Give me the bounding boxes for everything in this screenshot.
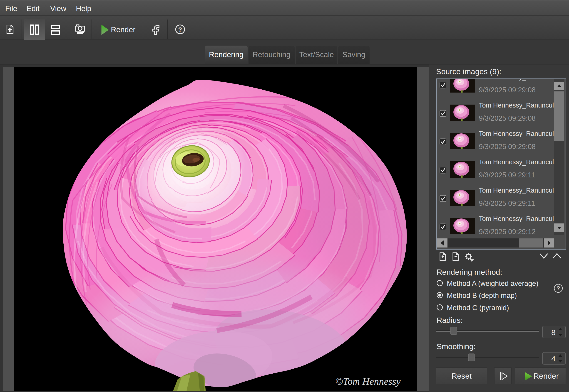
svg-text:?: ? (178, 26, 182, 33)
svg-text:©Tom Hennessy: ©Tom Hennessy (335, 376, 401, 387)
svg-text:?: ? (556, 285, 560, 292)
svg-text:Render: Render (111, 25, 135, 34)
